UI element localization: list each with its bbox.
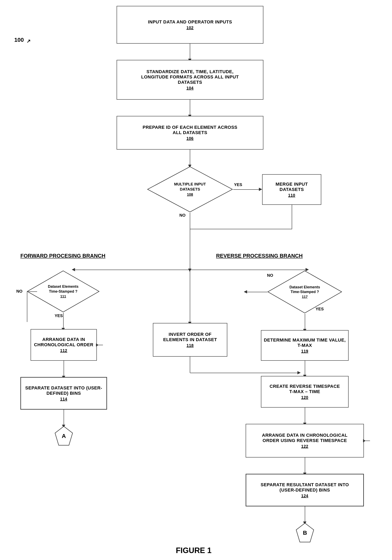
box-122: ARRANGE DATA IN CHRONOLOGICAL ORDER USIN… [246, 424, 364, 458]
arrow-124-b [305, 506, 305, 523]
box-119: DETERMINE MAXIMUM TIME VALUE, T-MAX 119 [261, 330, 349, 361]
connector-a: A [55, 426, 73, 446]
arrow-108-no [190, 213, 190, 229]
arrow-122-124 [305, 458, 305, 474]
box-110: MERGE INPUT DATASETS 110 [262, 174, 321, 205]
arrow-117-yes [305, 314, 305, 330]
line-no-117 [245, 292, 267, 292]
label-yes-111: YES [55, 313, 63, 318]
arrow-122-right [363, 439, 365, 442]
label-forward-branch: FORWARD PROCESING BRANCH [20, 253, 105, 259]
label-reverse-branch: REVERSE PROCESSING BRANCH [216, 253, 303, 259]
line-join-1 [305, 373, 305, 376]
diagram-container: 100 ↗ INPUT DATA AND OPERATOR INPUTS 102… [0, 0, 392, 560]
arrow-2 [190, 100, 190, 116]
arrow-no-117 [244, 290, 247, 293]
label-yes-108: YES [234, 182, 242, 187]
diamond-108: MULTIPLE INPUT DATASETS 108 [147, 166, 233, 213]
arrow-118-right [297, 371, 301, 374]
figure-label: FIGURE 1 [132, 546, 255, 555]
line-118-to-right [190, 373, 298, 373]
box-118: INVERT ORDER OF ELEMENTS IN DATASET 118 [153, 323, 227, 357]
arrow-118-down [190, 357, 190, 373]
arrow-120-122 [305, 408, 305, 424]
line-merge-horiz [190, 229, 292, 229]
arrow-108-110 [233, 189, 260, 190]
arrow-1 [190, 44, 190, 60]
arrow-112-114 [64, 361, 64, 377]
line-110-down [292, 205, 292, 229]
arrow-to-branch [190, 229, 190, 270]
diamond-111: Dataset Elements Time-Stamped ? 111 [27, 270, 100, 313]
arrow-to-118 [190, 270, 190, 323]
box-102: INPUT DATA AND OPERATOR INPUTS 102 [117, 6, 263, 44]
arrow-114-a [64, 410, 64, 426]
box-114: SEPARATE DATASET INTO (USER- DEFINED) BI… [20, 377, 107, 410]
arrow-111-yes [63, 313, 64, 329]
arrow-108-110-head [259, 188, 262, 191]
box-106: PREPARE ID OF EACH ELEMENT ACROSS ALL DA… [117, 116, 263, 150]
box-124: SEPARATE RESULTANT DATASET INTO (USER-DE… [246, 474, 364, 506]
connector-b: B [296, 523, 314, 543]
arrow-112-right [96, 343, 99, 347]
arrow-3 [190, 150, 190, 166]
diamond-117: Dataset Elements Time-Stamped ? 117 [267, 270, 342, 314]
label-no-108: NO [179, 213, 185, 218]
box-104: STANDARDIZE DATE, TIME, LATITUDE, LONGIT… [117, 60, 263, 100]
box-112: ARRANGE DATA IN CHRONOLOGICAL ORDER 112 [30, 329, 97, 361]
diagram-ref-label: 100 [14, 37, 24, 43]
label-no-111: NO [16, 289, 22, 294]
box-120: CREATE REVERSE TIMESPACE T-MAX – TIME 12… [261, 376, 349, 408]
